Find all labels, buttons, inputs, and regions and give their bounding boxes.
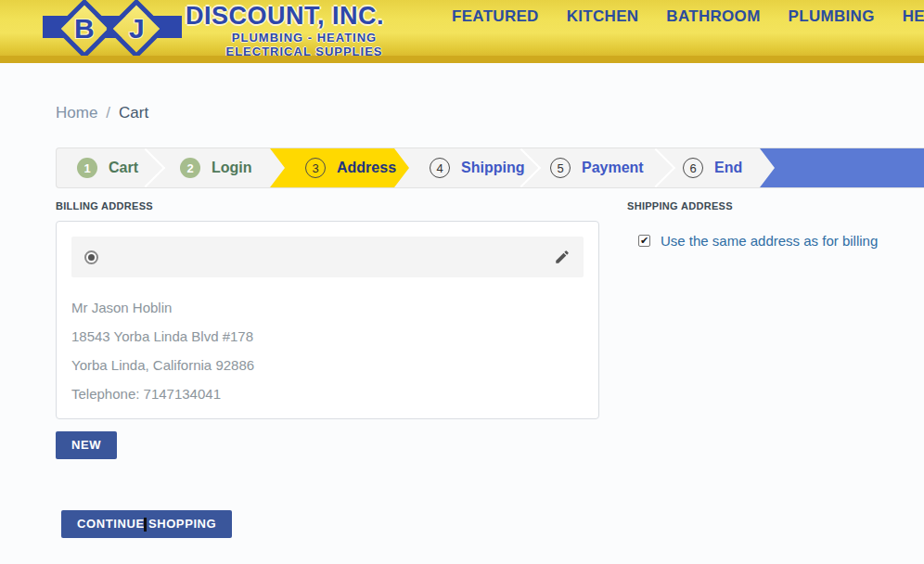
content-columns: BILLING ADDRESS Mr Jason Hoblin 18543 Yo… (56, 200, 924, 538)
logo-diamond-j: J (106, 0, 166, 59)
site-logo[interactable]: B J DISCOUNT, INC. PLUMBING - HEATING EL… (54, 0, 384, 61)
logo-diamond-b: B (54, 0, 114, 59)
step-address-number: 3 (305, 158, 326, 178)
logo-diamonds: B J (54, 0, 176, 61)
stepper-progress-bar (760, 148, 924, 187)
nav-item-bathroom[interactable]: BATHROOM (666, 0, 760, 33)
logo-text: DISCOUNT, INC. PLUMBING - HEATING ELECTR… (186, 0, 384, 58)
breadcrumb-separator: / (106, 104, 110, 122)
step-end[interactable]: 6 End (664, 148, 760, 187)
address-details: Mr Jason Hoblin 18543 Yorba Linda Blvd #… (71, 277, 584, 402)
site-header: B J DISCOUNT, INC. PLUMBING - HEATING EL… (0, 0, 924, 63)
same-address-checkbox[interactable]: ✔ (638, 235, 650, 247)
nav-item-kitchen[interactable]: KITCHEN (567, 0, 639, 33)
address-name: Mr Jason Hoblin (71, 300, 584, 315)
same-address-row: ✔ Use the same address as for billing (627, 233, 924, 249)
edit-icon[interactable] (554, 249, 571, 265)
step-end-number: 6 (683, 158, 703, 178)
billing-address-card: Mr Jason Hoblin 18543 Yorba Linda Blvd #… (56, 221, 599, 419)
shipping-address-title: SHIPPING ADDRESS (627, 200, 924, 212)
billing-address-section: BILLING ADDRESS Mr Jason Hoblin 18543 Yo… (56, 200, 599, 538)
breadcrumb-home-link[interactable]: Home (56, 104, 97, 122)
step-login-number: 2 (180, 158, 200, 178)
breadcrumb: Home / Cart (56, 104, 924, 122)
address-card-header (71, 237, 584, 277)
main-nav: FEATURED KITCHEN BATHROOM PLUMBING HEATI… (452, 0, 924, 33)
same-address-label[interactable]: Use the same address as for billing (661, 233, 878, 249)
step-address-current[interactable]: 3 Address (270, 148, 409, 187)
new-address-button[interactable]: NEW (56, 431, 117, 459)
text-cursor (144, 518, 147, 532)
continue-shopping-label: CONTINUE SHOPPING (77, 517, 216, 531)
step-payment-number: 5 (550, 158, 571, 178)
address-line1: 18543 Yorba Linda Blvd #178 (71, 328, 584, 344)
breadcrumb-current[interactable]: Cart (119, 104, 148, 122)
shipping-address-section: SHIPPING ADDRESS ✔ Use the same address … (627, 200, 924, 538)
continue-shopping-button[interactable]: CONTINUE SHOPPING (61, 510, 232, 538)
billing-address-title: BILLING ADDRESS (56, 200, 599, 212)
logo-tagline-2: ELECTRICAL SUPPLIES (225, 45, 384, 58)
address-line2: Yorba Linda, California 92886 (71, 357, 584, 373)
nav-item-featured[interactable]: FEATURED (452, 0, 539, 33)
logo-letter-b: B (74, 13, 95, 45)
nav-item-heating[interactable]: HEATING (903, 0, 924, 33)
step-payment-label: Payment (582, 160, 644, 176)
step-end-label: End (714, 160, 742, 176)
checkout-stepper: 1 Cart 2 Login 3 Address 4 Shipping 5 Pa… (56, 147, 924, 188)
address-radio-selected[interactable] (84, 250, 98, 264)
logo-letter-j: J (129, 13, 145, 45)
step-login[interactable]: 2 Login (154, 148, 270, 187)
step-cart-number: 1 (77, 158, 97, 178)
nav-item-plumbing[interactable]: PLUMBING (789, 0, 875, 33)
address-phone: Telephone: 7147134041 (71, 386, 584, 402)
logo-tagline-1: PLUMBING - HEATING (225, 31, 384, 45)
step-shipping-number: 4 (430, 158, 450, 178)
logo-company-name: DISCOUNT, INC. (186, 2, 384, 31)
step-address-label: Address (337, 160, 396, 176)
step-login-label: Login (212, 160, 252, 176)
